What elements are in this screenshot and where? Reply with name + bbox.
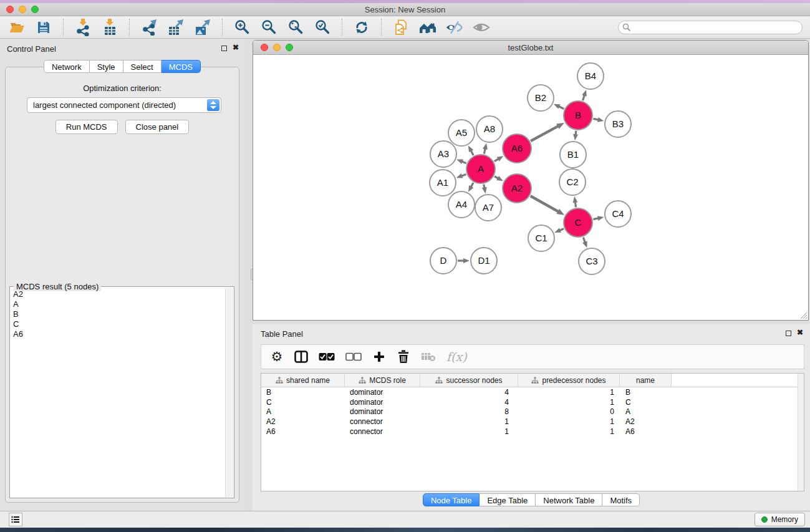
- control-tab-network[interactable]: Network: [44, 60, 90, 73]
- table-mode-button[interactable]: [294, 349, 308, 364]
- table-row[interactable]: Adominator80A: [261, 407, 804, 417]
- graph-edge-B-B2[interactable]: [559, 107, 564, 109]
- graph-edge-A-A5[interactable]: [471, 150, 473, 155]
- open-session-button[interactable]: [7, 18, 26, 37]
- graph-edge-C-C3[interactable]: [583, 238, 585, 243]
- column-header-predecessor-nodes[interactable]: predecessor nodes: [518, 374, 620, 387]
- close-panel-button[interactable]: Close panel: [125, 120, 190, 134]
- network-window-titlebar[interactable]: testGlobe.txt: [253, 41, 808, 55]
- function-builder-button[interactable]: f(x): [446, 349, 467, 364]
- graph-edge-A-A3[interactable]: [462, 162, 466, 163]
- control-panel-title: Control Panel: [7, 44, 56, 54]
- float-panel-icon[interactable]: [221, 46, 227, 51]
- table-row[interactable]: A2connector11A2: [261, 417, 804, 427]
- table-panel-close-icon[interactable]: ✖: [797, 328, 803, 337]
- table-tab-network-table[interactable]: Network Table: [536, 493, 602, 506]
- graph-edge-A-A1[interactable]: [461, 174, 466, 176]
- export-network-button[interactable]: [140, 18, 158, 37]
- graph-edge-B-B3[interactable]: [593, 118, 598, 120]
- column-header-label: successor nodes: [446, 376, 502, 385]
- table-row[interactable]: Bdominator41B: [261, 387, 804, 397]
- table-tab-motifs[interactable]: Motifs: [602, 493, 640, 506]
- mcds-result-item[interactable]: B: [11, 309, 225, 319]
- zoom-fit-button[interactable]: [286, 18, 305, 37]
- column-header-successor-nodes[interactable]: successor nodes: [420, 374, 518, 387]
- table-panel-float-icon[interactable]: [786, 331, 791, 336]
- graph-edge-A-A6[interactable]: [494, 159, 499, 162]
- graph-edge-C-C1[interactable]: [559, 229, 564, 231]
- resize-grip-icon[interactable]: [800, 312, 808, 319]
- control-tab-mcds[interactable]: MCDS: [162, 60, 201, 73]
- window-titlebar[interactable]: Session: New Session: [0, 3, 810, 16]
- task-history-button[interactable]: [9, 513, 22, 526]
- export-table-button[interactable]: [166, 18, 185, 37]
- memory-button[interactable]: Memory: [755, 513, 805, 526]
- export-image-button[interactable]: [193, 18, 212, 37]
- hide-panel-button[interactable]: [445, 18, 464, 37]
- refresh-icon: [354, 20, 369, 35]
- add-column-button[interactable]: [372, 349, 386, 364]
- table-row[interactable]: Cdominator41C: [261, 397, 804, 407]
- birds-eye-view-button[interactable]: [418, 18, 437, 37]
- graph-edge-A6-B[interactable]: [531, 126, 558, 141]
- mcds-result-item[interactable]: A2: [11, 289, 225, 299]
- control-tab-select[interactable]: Select: [123, 60, 162, 73]
- criterion-dropdown[interactable]: largest connected component (directed): [27, 97, 221, 113]
- desktop-wallpaper-bottom: [0, 528, 810, 532]
- graph-edge-C-C2[interactable]: [575, 202, 576, 208]
- graph-edge-A-A4[interactable]: [471, 183, 473, 187]
- import-network-button[interactable]: [74, 18, 92, 37]
- table-toolbar: ⚙: [261, 344, 804, 369]
- graph-edge-arrowhead: [456, 160, 463, 164]
- application-window: Session: New Session: [0, 0, 810, 532]
- column-header-shared-name[interactable]: shared name: [261, 374, 345, 387]
- close-panel-icon[interactable]: ✖: [233, 43, 239, 52]
- table-tab-node-table[interactable]: Node Table: [423, 493, 480, 506]
- import-table-button[interactable]: [100, 18, 119, 37]
- mcds-list-scrollbar[interactable]: [225, 288, 233, 497]
- graph-edge-arrowhead: [597, 216, 604, 221]
- table-cell: A6: [620, 427, 672, 436]
- graph-edge-A-A8[interactable]: [484, 148, 485, 153]
- graph-node-label: B3: [612, 118, 624, 129]
- save-session-button[interactable]: [34, 18, 53, 37]
- column-header-mcds-role[interactable]: MCDS role: [345, 374, 420, 387]
- graph-edge-arrowhead: [582, 90, 587, 97]
- mcds-result-item[interactable]: C: [11, 319, 225, 329]
- plus-icon: [373, 351, 385, 363]
- zoom-out-button[interactable]: [259, 18, 278, 37]
- select-all-button[interactable]: [319, 349, 335, 364]
- table-cell: C: [261, 398, 345, 407]
- mcds-result-item[interactable]: A6: [11, 329, 225, 339]
- graph-edge-A2-C[interactable]: [531, 196, 559, 211]
- deselect-all-button[interactable]: [345, 349, 362, 364]
- table-settings-button[interactable]: ⚙: [270, 349, 284, 364]
- hierarchy-icon: [435, 377, 443, 384]
- control-tab-style[interactable]: Style: [90, 60, 123, 73]
- show-view-button[interactable]: [472, 18, 491, 37]
- delete-table-button[interactable]: [421, 349, 436, 364]
- graph-edge-arrowhead: [597, 117, 604, 122]
- delete-column-button[interactable]: [397, 349, 410, 364]
- zoom-selected-button[interactable]: [313, 18, 332, 37]
- import-network-icon: [75, 19, 90, 36]
- column-header-label: shared name: [286, 376, 330, 385]
- run-mcds-button[interactable]: Run MCDS: [55, 120, 118, 134]
- graph-edge-C-C4[interactable]: [593, 218, 598, 220]
- mcds-result-item[interactable]: A: [11, 299, 225, 309]
- zoom-in-button[interactable]: [233, 18, 251, 37]
- network-canvas[interactable]: B4B2BB3A8A5A6A3B1AC2A1A2A4A7C4CC1DD1C3: [254, 55, 808, 319]
- table-row[interactable]: A6connector11A6: [261, 427, 804, 437]
- refresh-button[interactable]: [352, 18, 371, 37]
- optimization-criterion-label: Optimization criterion:: [6, 84, 239, 93]
- search-input[interactable]: [618, 21, 803, 34]
- import-table-icon: [102, 19, 117, 36]
- clone-network-button[interactable]: [392, 18, 410, 37]
- graph-edge-B-B4[interactable]: [583, 95, 585, 100]
- table-cell: dominator: [345, 398, 420, 407]
- graph-edge-A-A2[interactable]: [494, 177, 498, 178]
- column-header-name[interactable]: name: [620, 374, 672, 387]
- table-scrollbar[interactable]: [798, 374, 804, 491]
- graph-node-label: A4: [456, 199, 467, 210]
- table-tab-edge-table[interactable]: Edge Table: [480, 493, 536, 506]
